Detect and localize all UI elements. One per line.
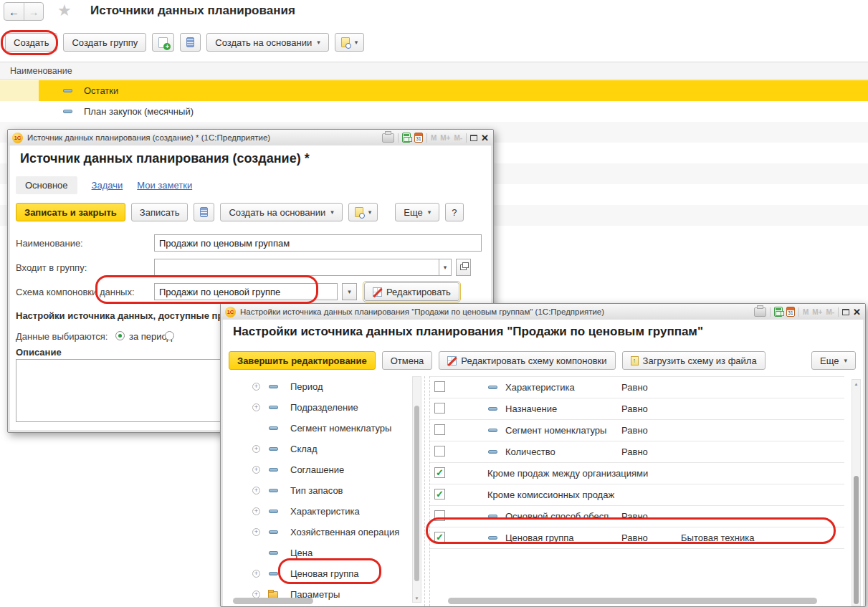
printer-icon[interactable] [754, 307, 766, 317]
save-button[interactable]: Записать [131, 203, 189, 221]
scroll-up-icon[interactable]: ▲ [852, 382, 860, 386]
expand-icon[interactable]: + [252, 528, 260, 536]
checkbox[interactable] [434, 446, 445, 457]
conditions-vertical-scrollbar[interactable]: ▲ [852, 379, 861, 606]
create-based-on-button[interactable]: Создать на основании ▾ [206, 33, 328, 52]
maximize-icon[interactable] [470, 135, 477, 141]
create-button[interactable]: Создать [5, 33, 57, 52]
favorite-star-icon[interactable]: ★ [57, 1, 72, 20]
create-based-on-button[interactable]: Создать на основании ▾ [220, 203, 342, 221]
name-input[interactable] [154, 234, 482, 252]
close-icon[interactable]: ✕ [481, 133, 489, 143]
cancel-button[interactable]: Отмена [382, 351, 433, 370]
scheme-dropdown-button[interactable]: ▾ [342, 283, 357, 300]
scrollbar-thumb[interactable] [448, 598, 817, 604]
tab-my-notes[interactable]: Мои заметки [137, 180, 192, 191]
expand-icon[interactable]: + [252, 466, 260, 474]
condition-row[interactable]: ✓Кроме продаж между организациями [430, 463, 844, 484]
calculator-icon[interactable] [402, 133, 411, 143]
checkbox[interactable]: ✓ [434, 489, 445, 500]
report-settings-dropdown-button[interactable]: ▾ [348, 203, 378, 221]
more-button[interactable]: Еще ▾ [811, 351, 856, 370]
checkbox[interactable] [434, 381, 445, 392]
more-button[interactable]: Еще ▾ [395, 203, 439, 221]
condition-operator: Равно [621, 425, 648, 436]
checkbox[interactable]: ✓ [434, 467, 445, 478]
radio-alternative[interactable] [165, 331, 174, 340]
tree-item[interactable]: Цена [229, 543, 412, 563]
open-item-button[interactable] [194, 203, 214, 221]
condition-row[interactable]: Основной способ обесп...Равно [430, 506, 844, 527]
group-choose-button[interactable] [456, 259, 471, 276]
condition-row[interactable]: КоличествоРавно [430, 441, 844, 463]
tree-item[interactable]: +Ценовая группа [229, 563, 412, 584]
memory-m-plus-button[interactable]: M+ [440, 134, 450, 142]
scheme-input[interactable] [154, 283, 338, 300]
checkbox[interactable] [434, 424, 445, 435]
radio-for-period[interactable] [115, 331, 125, 340]
memory-m-button[interactable]: M [803, 308, 809, 316]
group-input[interactable] [154, 259, 439, 276]
save-and-close-button[interactable]: Записать и закрыть [16, 203, 125, 221]
edit-scheme-button[interactable]: Редактировать [364, 282, 459, 301]
checkbox[interactable] [434, 403, 445, 414]
condition-row[interactable]: ✓Ценовая группаРавноБытовая техника [430, 527, 844, 549]
expand-icon[interactable]: + [252, 570, 260, 578]
tree-vertical-scrollbar[interactable]: ▼ [412, 376, 421, 603]
chevron-down-icon[interactable]: ▾ [439, 259, 452, 276]
copy-item-button[interactable] [152, 33, 174, 52]
checkbox[interactable]: ✓ [434, 532, 445, 543]
expand-icon[interactable]: + [252, 487, 260, 494]
tree-item[interactable]: +Тип запасов [229, 480, 412, 501]
printer-icon[interactable] [382, 133, 394, 143]
tree-item[interactable]: +Хозяйственная операция [229, 522, 412, 543]
condition-row[interactable]: ✓Кроме комиссионных продаж [430, 484, 844, 506]
scrollbar-thumb[interactable] [233, 598, 313, 604]
close-icon[interactable]: ✕ [853, 307, 861, 317]
forward-button[interactable]: → [24, 3, 43, 20]
window-titlebar[interactable]: 1С Источник данных планирования (создани… [8, 130, 493, 145]
tree-item[interactable]: +Период [229, 376, 412, 397]
table-row[interactable]: Остатки [0, 80, 868, 101]
calendar-icon[interactable]: 31 [786, 307, 795, 317]
expand-icon[interactable]: + [252, 383, 260, 391]
memory-m-minus-button[interactable]: M- [826, 308, 834, 316]
finish-editing-button[interactable]: Завершить редактирование [229, 351, 376, 370]
memory-m-button[interactable]: M [431, 134, 437, 142]
tab-tasks[interactable]: Задачи [92, 180, 123, 191]
condition-row[interactable]: ХарактеристикаРавно [430, 377, 844, 398]
help-button[interactable]: ? [445, 203, 463, 221]
window-titlebar[interactable]: 1С Настройки источника данных планирован… [221, 304, 865, 320]
pane-splitter[interactable] [424, 376, 430, 606]
open-item-button[interactable] [180, 33, 201, 52]
conditions-horizontal-scrollbar[interactable] [430, 598, 844, 604]
expand-icon[interactable]: + [252, 507, 260, 515]
expand-icon[interactable]: + [252, 403, 260, 411]
tree-item[interactable]: +Характеристика [229, 501, 412, 522]
edit-composition-scheme-button[interactable]: Редактировать схему компоновки [439, 351, 615, 370]
tree-item[interactable]: +Подразделение [229, 397, 412, 418]
expand-icon[interactable]: + [252, 445, 260, 453]
tree-item[interactable]: +Склад [229, 439, 412, 459]
scrollbar-thumb[interactable] [854, 476, 859, 604]
calendar-icon[interactable]: 31 [414, 133, 423, 143]
report-settings-dropdown-button[interactable]: ▾ [335, 33, 365, 52]
condition-row[interactable]: Сегмент номенклатурыРавно [430, 420, 844, 441]
table-row[interactable]: План закупок (месячный) [0, 101, 868, 122]
calculator-icon[interactable] [774, 307, 783, 317]
memory-m-minus-button[interactable]: M- [454, 134, 462, 142]
tree-horizontal-scrollbar[interactable] [230, 598, 411, 604]
maximize-icon[interactable] [842, 309, 849, 315]
table-header[interactable]: Наименование [0, 62, 868, 80]
checkbox[interactable] [434, 510, 445, 521]
scroll-down-icon[interactable]: ▼ [413, 596, 421, 601]
back-button[interactable]: ← [4, 3, 24, 20]
condition-row[interactable]: НазначениеРавно [430, 398, 844, 420]
tree-item[interactable]: Сегмент номенклатуры [229, 418, 412, 439]
scrollbar-thumb[interactable] [414, 406, 419, 581]
memory-m-plus-button[interactable]: M+ [812, 308, 822, 316]
tab-main[interactable]: Основное [16, 176, 77, 194]
load-scheme-from-file-button[interactable]: ↑ Загрузить схему из файла [622, 351, 766, 370]
tree-item[interactable]: +Соглашение [229, 459, 412, 480]
create-group-button[interactable]: Создать группу [63, 33, 146, 52]
